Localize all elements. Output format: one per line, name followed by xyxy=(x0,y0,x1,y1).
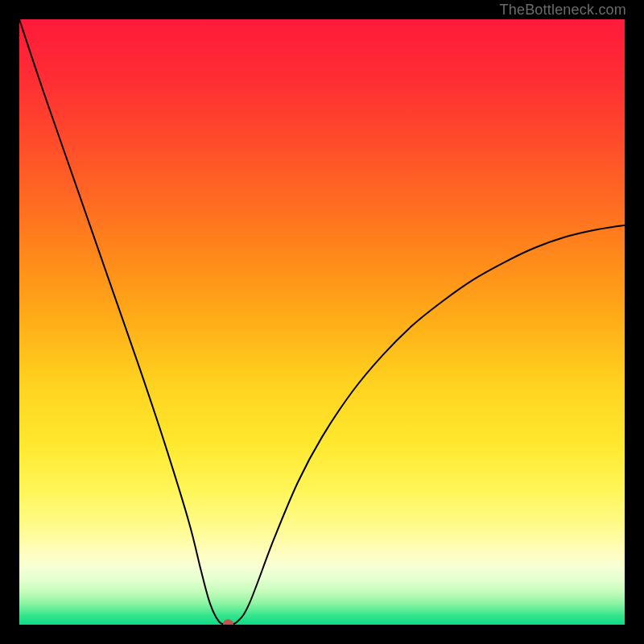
watermark-text: TheBottleneck.com xyxy=(500,2,626,19)
bottleneck-curve xyxy=(19,19,625,625)
minimum-marker-icon xyxy=(223,619,234,625)
plot-area xyxy=(19,19,625,625)
curve-layer xyxy=(19,19,625,625)
outer-frame: TheBottleneck.com xyxy=(0,0,644,644)
